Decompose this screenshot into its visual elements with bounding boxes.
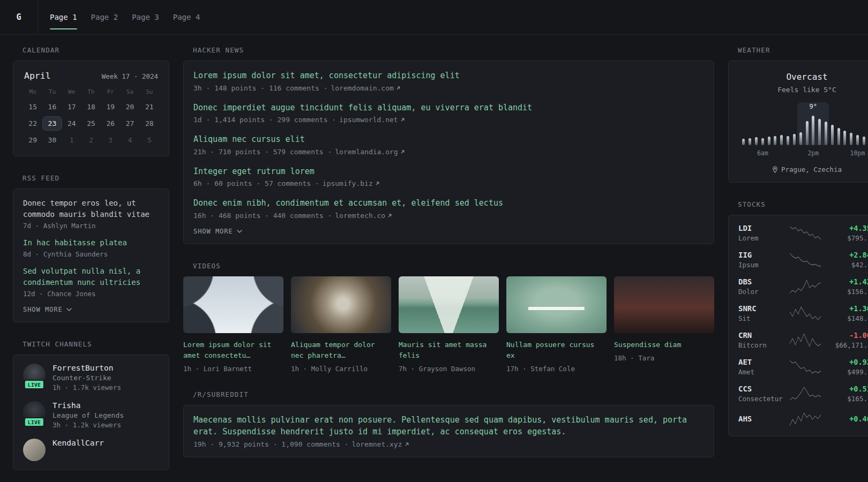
video-thumbnail-concrete-towers-sky[interactable]	[183, 276, 283, 333]
rss-show-more-button[interactable]: SHOW MORE	[23, 306, 72, 313]
post-title[interactable]: Donec imperdiet augue tincidunt felis al…	[193, 102, 704, 114]
hackernews-show-more-label: SHOW MORE	[193, 228, 233, 235]
middle-column: HACKER NEWS Lorem ipsum dolor sit amet, …	[183, 46, 714, 475]
stock-symbol[interactable]: AHS	[738, 415, 784, 423]
calendar-day[interactable]: 28	[140, 116, 159, 131]
post-meta: 1d · 1,414 points · 299 comments ·ipsumw…	[193, 116, 704, 124]
tab-page-1[interactable]: Page 1	[50, 10, 77, 25]
calendar-day[interactable]: 16	[42, 100, 62, 114]
twitch-card: LIVEForrestBurtonCounter-Strike1h · 1.7k…	[13, 355, 169, 470]
weather-bar	[835, 114, 842, 145]
calendar-day[interactable]: 2	[81, 133, 101, 147]
video-meta: 17h · Stefan Cole	[506, 365, 607, 373]
hackernews-show-more-button[interactable]: SHOW MORE	[193, 228, 242, 235]
video-thumbnail-canoe-on-lake[interactable]	[506, 276, 607, 333]
post-domain-link[interactable]: loremtech.co	[335, 212, 393, 220]
video-title[interactable]: Suspendisse diam	[614, 340, 714, 350]
calendar-day[interactable]: 22	[23, 116, 42, 131]
channel-name[interactable]: Trisha	[53, 401, 124, 410]
stock-symbol[interactable]: CRN	[738, 331, 784, 340]
video-card: Nullam posuere cursus ex17h · Stefan Col…	[506, 276, 607, 373]
calendar-day-today[interactable]: 23	[42, 116, 62, 131]
calendar-day[interactable]: 29	[23, 133, 42, 147]
stock-symbol[interactable]: SNRC	[738, 304, 784, 313]
calendar-day[interactable]: 17	[62, 100, 81, 114]
video-thumbnail-boat-wake-sea[interactable]	[399, 276, 499, 333]
external-link-icon	[375, 180, 380, 186]
rss-item: In hac habitasse platea8d · Cynthia Saun…	[23, 237, 159, 258]
post-domain-link[interactable]: loremnet.xyz	[352, 440, 410, 448]
post-title[interactable]: Maecenas mollis pulvinar erat non posuer…	[193, 414, 704, 438]
stock-symbol[interactable]: DBS	[738, 277, 784, 286]
app-logo[interactable]: G	[0, 0, 38, 34]
weather-temp-label: 9°	[810, 103, 817, 110]
video-title[interactable]: Aliquam tempor dolor nec pharetra…	[291, 340, 391, 361]
weather-bar	[779, 114, 785, 145]
calendar-day[interactable]: 15	[23, 100, 42, 114]
calendar-day[interactable]: 27	[120, 116, 139, 131]
stock-sparkline	[790, 359, 821, 375]
stock-row: SNRCSit+1.36%$148.64	[738, 304, 868, 322]
calendar-day[interactable]: 25	[81, 116, 101, 131]
calendar-day[interactable]: 3	[101, 133, 120, 147]
calendar-section-title: CALENDAR	[23, 46, 169, 54]
calendar-widget: CALENDAR April Week 17 · 2024 MoTuWeThFr…	[13, 46, 169, 156]
post-meta-text: 21h · 710 points · 579 comments ·	[193, 148, 332, 156]
stock-symbol[interactable]: AET	[738, 358, 784, 366]
video-meta: 1h · Molly Carrillo	[291, 365, 391, 373]
calendar-day[interactable]: 18	[81, 100, 101, 114]
post-title[interactable]: Donec enim nibh, condimentum et accumsan…	[193, 197, 704, 209]
post-title[interactable]: Integer eget rutrum lorem	[193, 165, 704, 178]
stock-symbol[interactable]: CCS	[738, 385, 784, 393]
post-item: Donec imperdiet augue tincidunt felis al…	[193, 102, 704, 124]
stock-change: +0.46%	[826, 415, 868, 423]
page-tabs: Page 1Page 2Page 3Page 4	[50, 0, 200, 34]
channel-name[interactable]: KendallCarr	[53, 439, 104, 447]
video-title[interactable]: Lorem ipsum dolor sit amet consectetu…	[183, 340, 283, 361]
calendar-day[interactable]: 21	[140, 100, 159, 114]
post-domain-link[interactable]: loremlandia.org	[335, 148, 405, 156]
calendar-day[interactable]: 1	[62, 133, 81, 147]
tab-page-2[interactable]: Page 2	[91, 10, 118, 25]
channel-viewers: 1h · 1.7k viewers	[53, 383, 121, 391]
rss-item: Donec tempor eros leo, ut commodo mauris…	[23, 198, 159, 230]
stock-symbol[interactable]: LDI	[738, 224, 784, 232]
video-title[interactable]: Nullam posuere cursus ex	[506, 340, 607, 361]
rss-item-title[interactable]: In hac habitasse platea	[23, 237, 159, 248]
video-title[interactable]: Mauris sit amet massa felis	[399, 340, 499, 361]
rss-item-title[interactable]: Donec tempor eros leo, ut commodo mauris…	[23, 198, 159, 220]
stock-price: $795.18	[826, 234, 868, 242]
video-thumbnail-dark-red-figure[interactable]	[614, 276, 714, 333]
post-domain-link[interactable]: ipsumworld.net	[339, 116, 406, 124]
stock-name: Sit	[738, 314, 784, 322]
calendar-day[interactable]: 24	[62, 116, 81, 131]
stock-symbol[interactable]: IIG	[738, 251, 784, 259]
stock-sparkline	[790, 386, 821, 402]
stock-sparkline	[790, 332, 821, 348]
post-title[interactable]: Aliquam nec cursus elit	[193, 133, 704, 146]
post-domain-link[interactable]: ipsumify.biz	[323, 179, 380, 187]
calendar-day[interactable]: 5	[140, 133, 159, 147]
calendar-day[interactable]: 30	[42, 133, 62, 147]
avatar[interactable]	[23, 439, 46, 461]
post-title[interactable]: Lorem ipsum dolor sit amet, consectetur …	[193, 70, 704, 82]
stock-price: $156.28	[826, 288, 868, 296]
stock-id: CCSConsectetur	[738, 385, 784, 403]
calendar-day[interactable]: 26	[101, 116, 120, 131]
tab-page-3[interactable]: Page 3	[132, 10, 159, 25]
video-thumbnail-hands-holding-camera[interactable]	[291, 276, 391, 333]
hackernews-widget: HACKER NEWS Lorem ipsum dolor sit amet, …	[183, 46, 714, 244]
weather-location: Prague, Czechia	[781, 165, 842, 174]
tab-page-4[interactable]: Page 4	[173, 10, 200, 25]
calendar-day[interactable]: 20	[120, 100, 139, 114]
post-domain-link[interactable]: loremdomain.com	[331, 84, 401, 92]
calendar-day[interactable]: 19	[101, 100, 120, 114]
calendar-day[interactable]: 4	[120, 133, 139, 147]
channel-game: League of Legends	[53, 411, 124, 419]
weather-bar	[804, 114, 810, 145]
post-item: Lorem ipsum dolor sit amet, consectetur …	[193, 70, 704, 92]
weather-times: 6am2pm10pm	[740, 149, 868, 157]
channel-name[interactable]: ForrestBurton	[53, 364, 121, 372]
stock-row: CRNBitcorn-1.00%$66,171.48	[738, 331, 868, 349]
rss-item-title[interactable]: Sed volutpat nulla nisl, a condimentum n…	[23, 266, 159, 288]
